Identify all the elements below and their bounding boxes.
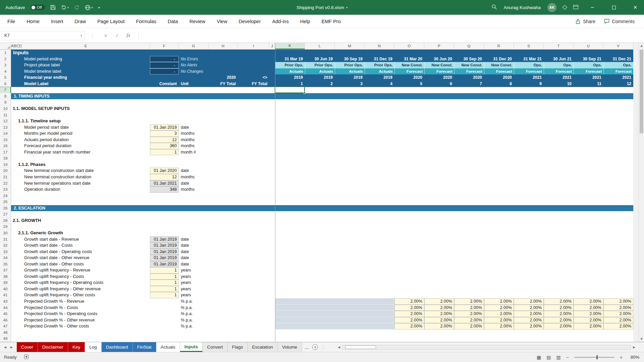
horizontal-scrollbar-track[interactable]: [342, 345, 631, 350]
cell-G46[interactable]: % p.a.: [179, 317, 209, 323]
ribbon-tab-insert[interactable]: Insert: [51, 19, 63, 24]
cell-V43[interactable]: 2.00%: [603, 298, 633, 305]
sheet-tab-escalation[interactable]: Escalation: [248, 342, 278, 352]
gem-icon[interactable]: [562, 5, 567, 10]
cell-V47[interactable]: 2.00%: [603, 323, 633, 329]
row-header-18[interactable]: 18: [0, 155, 11, 162]
cell-A5[interactable]: Financial year ending: [11, 74, 150, 81]
row-header-21[interactable]: 21: [0, 174, 11, 180]
cell-T46[interactable]: 2.00%: [544, 317, 574, 323]
cell-A23[interactable]: Operation duration: [11, 186, 150, 193]
customize-toolbar-button[interactable]: ▾: [98, 6, 100, 9]
cell-N2[interactable]: 31 Dec 19: [365, 56, 394, 62]
cell-F41[interactable]: 1: [150, 292, 179, 298]
cell-N5[interactable]: 2019: [365, 74, 394, 81]
row-header-2[interactable]: 2: [0, 56, 11, 62]
cell-G39[interactable]: years: [179, 280, 209, 286]
undo-button[interactable]: ▾: [61, 5, 69, 10]
row-header-47[interactable]: 47: [0, 323, 11, 329]
cell-M4[interactable]: Actuals: [335, 68, 365, 75]
row-header-9[interactable]: 9: [0, 99, 11, 106]
column-header-N[interactable]: N: [365, 43, 394, 49]
cell-A43[interactable]: Projected Growth % - Revenue: [11, 298, 150, 305]
cell-I5[interactable]: <>: [238, 74, 269, 81]
cell-G37[interactable]: years: [179, 267, 209, 274]
cell-U4[interactable]: Forecast: [574, 68, 603, 75]
cell-V45[interactable]: 2.00%: [603, 311, 633, 317]
row-header-31[interactable]: 31: [0, 236, 11, 243]
cell-Q4[interactable]: Forecast: [454, 68, 484, 75]
row-header-3[interactable]: 3: [0, 62, 11, 68]
row-header-32[interactable]: 32: [0, 242, 11, 249]
cell-K45[interactable]: [275, 311, 394, 317]
sheet-tabs-overflow[interactable]: ...: [305, 344, 309, 350]
row-header-45[interactable]: 45: [0, 311, 11, 317]
row-header-6[interactable]: 6: [0, 81, 11, 87]
formula-input[interactable]: [138, 31, 644, 40]
row-header-25[interactable]: 25: [0, 199, 11, 205]
cell-Q44[interactable]: 2.00%: [454, 305, 484, 311]
cell-T47[interactable]: 2.00%: [544, 323, 574, 329]
cell-Q5[interactable]: 2020: [454, 74, 484, 81]
cell-F15[interactable]: 12: [150, 137, 179, 143]
column-header-O[interactable]: O: [394, 43, 424, 49]
cell-F3[interactable]: -: [150, 62, 179, 68]
confirm-entry-button[interactable]: ✓: [111, 33, 123, 38]
cell-R6[interactable]: 8: [484, 81, 514, 87]
row-header-30[interactable]: 30: [0, 230, 11, 236]
row-header-23[interactable]: 23: [0, 186, 11, 193]
cell-K47[interactable]: [275, 323, 394, 329]
column-header-R[interactable]: R: [484, 43, 514, 49]
row-header-35[interactable]: 35: [0, 261, 11, 267]
sheet-tab-flags[interactable]: Flags: [228, 342, 248, 352]
cancel-entry-button[interactable]: ×: [100, 33, 111, 38]
cell-G21[interactable]: months: [179, 174, 209, 180]
cell-G32[interactable]: date: [179, 242, 209, 249]
cell-G23[interactable]: months: [179, 186, 209, 193]
cell-S47[interactable]: 2.00%: [514, 323, 544, 329]
cell-A41[interactable]: Growth uplift frequency - Other costs: [11, 292, 150, 298]
cell-V2[interactable]: 31 Dec 21: [603, 56, 633, 62]
cell-P44[interactable]: 2.00%: [424, 305, 454, 311]
cell-A31[interactable]: Growth start date - Revenue: [11, 236, 150, 243]
select-all-button[interactable]: [0, 43, 11, 49]
cell-F38[interactable]: 1: [150, 274, 179, 280]
cell-F39[interactable]: 1: [150, 280, 179, 286]
cell-G31[interactable]: date: [179, 236, 209, 243]
cell-T45[interactable]: 2.00%: [544, 311, 574, 317]
column-header-S[interactable]: S: [514, 43, 544, 49]
cell-A14[interactable]: Months per model period: [11, 130, 150, 137]
cell-A16[interactable]: Forecast period duration: [11, 143, 150, 149]
row-header-12[interactable]: 12: [0, 118, 11, 124]
cell-F31[interactable]: 01 Jan 2019: [150, 236, 179, 243]
cell-O47[interactable]: 2.00%: [394, 323, 424, 329]
cell-O4[interactable]: Forecast: [394, 68, 424, 75]
cell-U2[interactable]: 30 Sep 21: [574, 56, 603, 62]
ribbon-tab-formulas[interactable]: Formulas: [136, 19, 156, 24]
cell-M6[interactable]: 3: [335, 81, 365, 87]
column-header-D[interactable]: D: [19, 43, 22, 49]
sheet-nav-left-icon[interactable]: ◀: [4, 346, 6, 349]
column-header-G[interactable]: G: [179, 43, 209, 49]
column-header-K[interactable]: K: [275, 43, 305, 49]
cell-V6[interactable]: 12: [603, 81, 633, 87]
cell-N6[interactable]: 4: [365, 81, 394, 87]
cell-G20[interactable]: date: [179, 168, 209, 174]
cell-G6[interactable]: Unit: [179, 81, 209, 87]
normal-view-icon[interactable]: ▦: [537, 355, 541, 360]
macro-record-button[interactable]: [24, 355, 29, 360]
column-header-J[interactable]: J: [269, 43, 275, 49]
zoom-slider-thumb[interactable]: [596, 355, 598, 359]
cell-A6[interactable]: Model Label: [11, 81, 150, 87]
fill-handle[interactable]: [304, 92, 306, 94]
comments-button[interactable]: Comments: [604, 19, 635, 24]
sheet-tab-log[interactable]: Log: [85, 342, 102, 352]
row-header-8[interactable]: 8: [0, 93, 11, 100]
row-header-15[interactable]: 15: [0, 137, 11, 143]
row-header-39[interactable]: 39: [0, 280, 11, 286]
ribbon-tab-page-layout[interactable]: Page Layout: [97, 19, 124, 24]
cell-R46[interactable]: 2.00%: [484, 317, 514, 323]
cell-F2[interactable]: -: [150, 56, 179, 62]
ribbon-tab-file[interactable]: File: [7, 19, 15, 24]
cell-G34[interactable]: date: [179, 255, 209, 261]
